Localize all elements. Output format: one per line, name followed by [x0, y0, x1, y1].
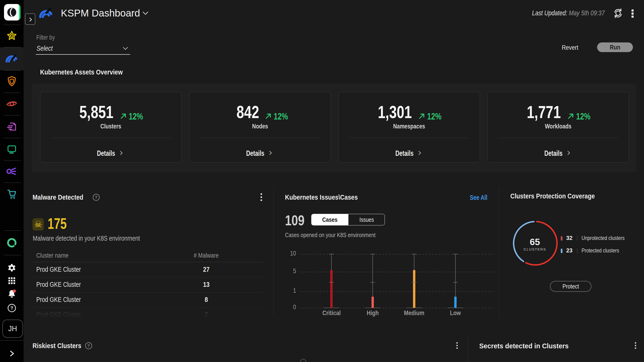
- svg-text:?: ?: [88, 344, 90, 348]
- svg-text:?: ?: [10, 306, 13, 310]
- svg-text:?: ?: [95, 195, 97, 200]
